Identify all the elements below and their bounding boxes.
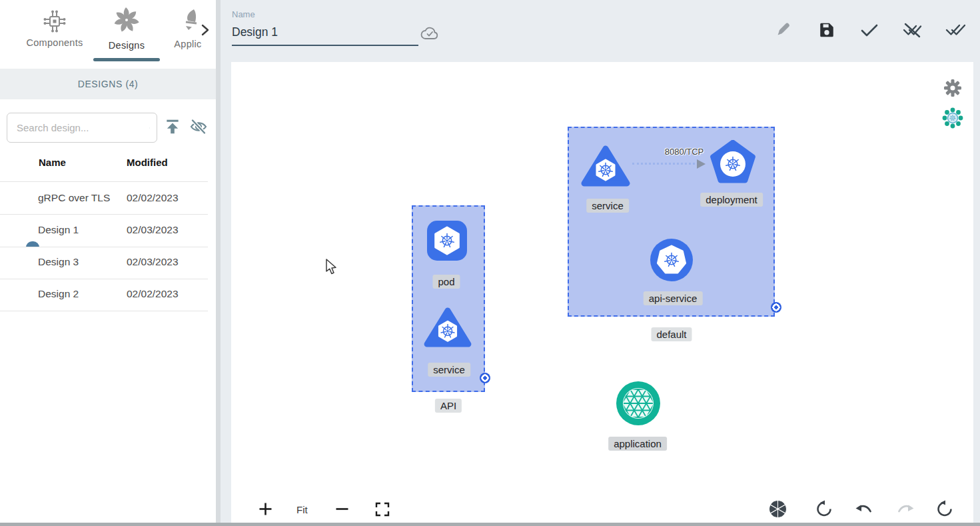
group-box-default[interactable]: service deployment 8080/TCP api-service — [568, 127, 775, 317]
chevron-right-icon — [201, 24, 210, 36]
undo-icon — [855, 503, 873, 515]
double-check-crossed-icon — [902, 21, 922, 39]
sidebar-scrollbar[interactable] — [216, 0, 221, 526]
design-canvas[interactable]: service deployment 8080/TCP api-service … — [231, 62, 973, 523]
divider — [0, 181, 208, 182]
design-modified: 02/02/2023 — [127, 288, 179, 300]
tab-applications-label: Applic — [168, 39, 208, 49]
rotate-left-icon — [815, 500, 833, 518]
group-label-default: default — [651, 327, 692, 341]
design-name-input[interactable]: Design 1 — [232, 25, 278, 39]
node-deployment[interactable] — [710, 140, 755, 187]
group-box-api[interactable]: pod service — [412, 205, 485, 392]
node-application[interactable] — [615, 380, 662, 429]
design-name: Design 3 — [38, 256, 79, 268]
node-label: api-service — [644, 291, 703, 305]
name-field-label: Name — [232, 9, 255, 19]
aperture-icon — [768, 499, 787, 519]
table-row-grpc[interactable]: gRPC over TLS 02/02/2023 — [0, 183, 208, 215]
node-label: service — [428, 363, 470, 377]
table-row-design3[interactable]: Design 3 02/03/2023 — [0, 247, 208, 279]
double-check-icon — [945, 23, 965, 37]
name-field-underline — [232, 45, 418, 46]
mouse-cursor — [325, 259, 338, 276]
group-resize-handle[interactable] — [480, 373, 490, 383]
search-input[interactable] — [7, 122, 149, 133]
kubernetes-service-icon — [424, 305, 472, 348]
node-service-default[interactable] — [581, 143, 630, 190]
kubernetes-pod-icon — [425, 219, 469, 263]
col-header-modified: Modified — [127, 157, 168, 168]
design-modified: 02/03/2023 — [127, 224, 179, 236]
tab-components-label: Components — [20, 37, 89, 48]
search-box[interactable] — [7, 113, 157, 143]
tab-components[interactable]: Components — [20, 0, 89, 48]
gear-icon — [943, 79, 962, 97]
applications-icon — [177, 7, 199, 36]
design-name: Design 2 — [38, 288, 79, 300]
reset-view-button[interactable] — [936, 500, 953, 520]
group-resize-handle[interactable] — [771, 302, 781, 313]
node-pod[interactable] — [425, 219, 469, 265]
upload-design-button[interactable] — [164, 118, 181, 137]
node-label: service — [586, 199, 629, 213]
redo-button[interactable] — [896, 503, 914, 517]
kubernetes-adapter-button[interactable] — [941, 107, 964, 131]
edge-label: 8080/TCP — [665, 147, 704, 157]
pencil-icon — [775, 22, 791, 38]
deploy-button[interactable] — [945, 23, 965, 39]
canvas-settings-button[interactable] — [943, 79, 962, 99]
design-header: Name Design 1 — [221, 0, 980, 62]
undeploy-button[interactable] — [902, 21, 922, 41]
tab-designs[interactable]: Designs — [99, 0, 155, 51]
node-label: pod — [432, 275, 460, 289]
fullscreen-button[interactable] — [375, 502, 390, 519]
edit-button[interactable] — [775, 22, 791, 40]
col-header-name: Name — [39, 157, 66, 168]
kubernetes-deployment-icon — [710, 140, 755, 184]
design-modified: 02/02/2023 — [127, 192, 179, 204]
fullscreen-icon — [375, 502, 390, 517]
design-name: gRPC over TLS — [38, 192, 110, 204]
group-label-api: API — [435, 399, 462, 413]
zoom-in-button[interactable] — [258, 502, 272, 518]
kubernetes-api-service-icon — [649, 237, 694, 283]
table-row-design2[interactable]: Design 2 02/02/2023 — [0, 279, 208, 311]
node-service-api[interactable] — [424, 305, 472, 351]
designs-count-label: DESIGNS (4) — [78, 79, 139, 89]
sidebar-tabs: Components Designs — [0, 0, 216, 65]
zoom-out-button[interactable] — [335, 502, 349, 518]
designs-table-header: Name Modified — [0, 157, 208, 181]
save-button[interactable] — [818, 21, 835, 41]
toggle-visibility-button[interactable] — [189, 118, 208, 137]
tab-designs-label: Designs — [99, 40, 155, 51]
reset-icon — [936, 500, 953, 518]
horizontal-scrollbar[interactable] — [0, 523, 980, 526]
search-icon — [149, 119, 150, 137]
edge-service-deployment[interactable] — [632, 163, 699, 165]
kubernetes-adapter-icon — [941, 107, 964, 129]
screenshot-button[interactable] — [768, 499, 787, 521]
edge-arrowhead — [697, 159, 706, 169]
node-label: application — [608, 437, 667, 451]
active-tab-underline — [93, 58, 160, 61]
upload-icon — [164, 118, 181, 135]
tabs-next-button[interactable] — [201, 24, 210, 38]
eye-off-icon — [189, 118, 208, 135]
check-icon — [861, 23, 878, 37]
zoom-fit-button[interactable]: Fit — [296, 504, 308, 515]
application-icon — [615, 380, 662, 427]
redo-icon — [896, 503, 914, 515]
undo-button[interactable] — [855, 503, 873, 517]
minus-icon — [335, 502, 349, 516]
kubernetes-service-icon — [581, 143, 630, 187]
validate-button[interactable] — [861, 23, 878, 39]
sidebar: Components Designs — [0, 0, 216, 523]
node-api-service[interactable] — [649, 237, 694, 285]
reload-button[interactable] — [815, 500, 833, 520]
components-icon — [41, 8, 68, 35]
plus-icon — [258, 502, 272, 516]
designs-icon — [112, 5, 141, 35]
divider — [0, 311, 208, 311]
node-label: deployment — [700, 193, 763, 207]
